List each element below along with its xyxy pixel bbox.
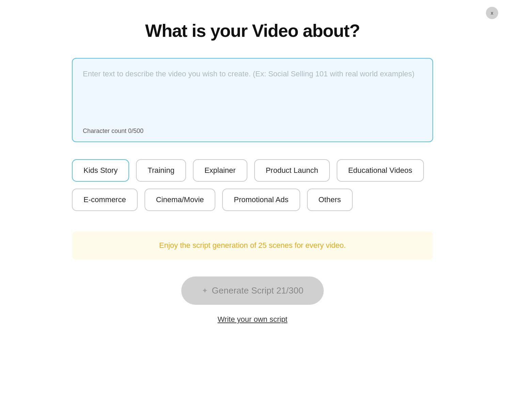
generate-script-button[interactable]: ✦ Generate Script 21/300 [181, 276, 324, 305]
category-btn-educational-videos[interactable]: Educational Videos [337, 159, 424, 182]
video-description-input[interactable] [83, 68, 422, 123]
category-btn-training[interactable]: Training [136, 159, 186, 182]
category-btn-cinema-movie[interactable]: Cinema/Movie [144, 189, 216, 211]
category-row-2: E-commerceCinema/MoviePromotional AdsOth… [72, 189, 433, 211]
char-count-label: Character count 0/500 [83, 127, 422, 135]
category-btn-kids-story[interactable]: Kids Story [72, 159, 129, 182]
category-btn-product-launch[interactable]: Product Launch [254, 159, 330, 182]
category-btn-e-commerce[interactable]: E-commerce [72, 189, 138, 211]
video-description-wrapper: Character count 0/500 [72, 58, 433, 142]
category-btn-others[interactable]: Others [307, 189, 353, 211]
promo-banner: Enjoy the script generation of 25 scenes… [72, 231, 433, 259]
category-section: Kids StoryTrainingExplainerProduct Launc… [72, 159, 433, 218]
page-title: What is your Video about? [145, 20, 360, 41]
promo-text: Enjoy the script generation of 25 scenes… [159, 241, 346, 250]
category-row-1: Kids StoryTrainingExplainerProduct Launc… [72, 159, 433, 182]
write-own-script-link[interactable]: Write your own script [218, 315, 288, 324]
generate-script-label: Generate Script 21/300 [212, 285, 304, 296]
category-btn-promotional-ads[interactable]: Promotional Ads [222, 189, 300, 211]
category-btn-explainer[interactable]: Explainer [193, 159, 247, 182]
close-button[interactable]: x [486, 7, 498, 19]
sparkle-icon: ✦ [202, 286, 208, 295]
